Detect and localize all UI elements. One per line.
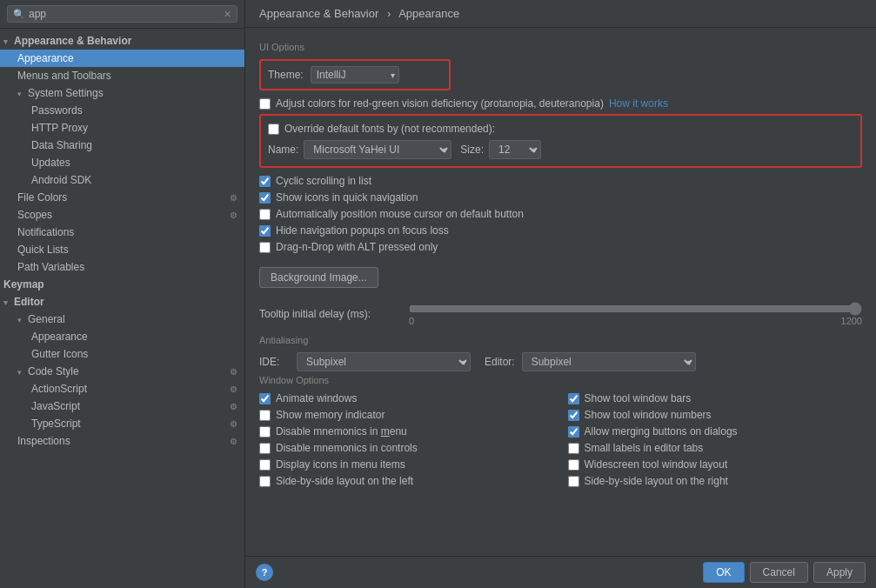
show-tool-bars-label[interactable]: Show tool window bars	[585, 392, 692, 404]
sidebar-item-actionscript[interactable]: ActionScript ⚙	[0, 380, 244, 398]
editor-aa-select[interactable]: Subpixel Greyscale LCD None	[522, 352, 696, 371]
aa-section-label: Antialiasing	[259, 335, 862, 345]
search-bar: 🔍 ✕	[0, 0, 244, 29]
override-fonts-checkbox[interactable]	[268, 124, 279, 135]
animate-windows-label[interactable]: Animate windows	[276, 392, 357, 404]
sidebar-item-notifications[interactable]: Notifications	[0, 224, 244, 241]
theme-select-wrap: IntelliJ Darcula High Contrast	[311, 66, 399, 84]
side-by-side-right-row: Side-by-side layout on the right	[568, 475, 863, 487]
show-memory-label[interactable]: Show memory indicator	[276, 409, 385, 421]
redgreen-checkbox[interactable]	[259, 98, 271, 110]
sidebar-item-keymap[interactable]: Keymap	[0, 276, 244, 293]
sidebar-item-scopes[interactable]: Scopes ⚙	[0, 206, 244, 224]
sidebar-item-appearance-editor[interactable]: Appearance	[0, 328, 244, 345]
bottom-bar: ? OK Cancel Apply	[245, 556, 876, 588]
search-input[interactable]	[29, 8, 224, 20]
show-memory-row: Show memory indicator	[259, 409, 554, 421]
tooltip-slider[interactable]	[409, 302, 862, 316]
disable-mnemonics-menu-checkbox[interactable]	[259, 426, 271, 438]
how-it-works-link[interactable]: How it works	[609, 97, 668, 110]
help-button[interactable]: ?	[256, 564, 273, 581]
font-name-select[interactable]: Microsoft YaHei UI	[304, 140, 451, 159]
side-by-side-right-checkbox[interactable]	[568, 476, 579, 487]
sidebar-item-appearance-behavior[interactable]: ▾Appearance & Behavior	[0, 32, 244, 50]
font-size-select[interactable]: 89101112131416	[489, 140, 541, 159]
auto-mouse-checkbox[interactable]	[259, 209, 271, 220]
cyclic-label[interactable]: Cyclic scrolling in list	[276, 175, 371, 187]
sidebar-item-http-proxy[interactable]: HTTP Proxy	[0, 119, 244, 137]
sidebar-item-typescript[interactable]: TypeScript ⚙	[0, 415, 244, 432]
sidebar-item-inspections[interactable]: Inspections ⚙	[0, 432, 244, 450]
content-body: UI Options Theme: IntelliJ Darcula High …	[245, 28, 876, 556]
sidebar-item-path-variables[interactable]: Path Variables	[0, 258, 244, 276]
redgreen-label[interactable]: Adjust colors for red-green vision defic…	[276, 97, 604, 110]
sidebar-item-quick-lists[interactable]: Quick Lists	[0, 241, 244, 258]
tooltip-label: Tooltip initial delay (ms):	[259, 308, 398, 320]
ide-aa-select[interactable]: Subpixel Greyscale LCD None	[297, 352, 471, 371]
override-fonts-label[interactable]: Override default fonts by (not recommend…	[284, 123, 495, 135]
editor-aa-select-wrap: Subpixel Greyscale LCD None	[522, 352, 696, 371]
side-by-side-left-checkbox[interactable]	[259, 476, 271, 487]
font-name-select-wrap: Microsoft YaHei UI	[304, 140, 451, 159]
redgreen-row: Adjust colors for red-green vision defic…	[259, 97, 862, 110]
small-labels-label[interactable]: Small labels in editor tabs	[585, 442, 704, 454]
settings-icon: ⚙	[230, 193, 237, 203]
drag-drop-checkbox[interactable]	[259, 242, 271, 253]
animate-windows-checkbox[interactable]	[259, 393, 271, 404]
side-by-side-left-label[interactable]: Side-by-side layout on the left	[276, 475, 413, 487]
hide-nav-label[interactable]: Hide navigation popups on focus loss	[276, 224, 449, 237]
widescreen-checkbox[interactable]	[568, 459, 579, 471]
cyclic-checkbox[interactable]	[259, 176, 271, 187]
sidebar-item-gutter-icons[interactable]: Gutter Icons	[0, 345, 244, 363]
background-image-button[interactable]: Background Image...	[259, 267, 378, 288]
sidebar-item-system-settings[interactable]: ▾System Settings	[0, 84, 244, 102]
bg-button-wrap: Background Image...	[259, 260, 862, 295]
sidebar-item-file-colors[interactable]: File Colors ⚙	[0, 189, 244, 206]
breadcrumb-parent: Appearance & Behavior	[259, 7, 378, 20]
disable-mnemonics-controls-checkbox[interactable]	[259, 443, 271, 454]
theme-row: Theme: IntelliJ Darcula High Contrast	[259, 59, 451, 90]
theme-select[interactable]: IntelliJ Darcula High Contrast	[311, 66, 399, 84]
sidebar-item-data-sharing[interactable]: Data Sharing	[0, 137, 244, 154]
show-icons-checkbox[interactable]	[259, 192, 271, 204]
small-labels-checkbox[interactable]	[568, 443, 579, 454]
breadcrumb: Appearance & Behavior › Appearance	[245, 0, 876, 28]
cancel-button[interactable]: Cancel	[750, 562, 808, 583]
disable-mnemonics-controls-label[interactable]: Disable mnemonics in controls	[276, 442, 418, 454]
show-icons-label[interactable]: Show icons in quick navigation	[276, 191, 418, 204]
drag-drop-label[interactable]: Drag-n-Drop with ALT pressed only	[276, 241, 438, 253]
sidebar-item-editor[interactable]: ▾Editor	[0, 293, 244, 311]
show-tool-numbers-checkbox[interactable]	[568, 410, 579, 421]
auto-mouse-label[interactable]: Automatically position mouse cursor on d…	[276, 208, 524, 220]
override-fonts-row: Override default fonts by (not recommend…	[268, 123, 853, 135]
sidebar-item-android-sdk[interactable]: Android SDK	[0, 171, 244, 189]
sidebar-item-javascript[interactable]: JavaScript ⚙	[0, 398, 244, 415]
side-by-side-right-label[interactable]: Side-by-side layout on the right	[585, 475, 728, 487]
allow-merging-checkbox[interactable]	[568, 426, 579, 438]
hide-nav-checkbox[interactable]	[259, 225, 271, 237]
apply-button[interactable]: Apply	[813, 562, 866, 583]
allow-merging-label[interactable]: Allow merging buttons on dialogs	[585, 425, 738, 438]
display-icons-row: Display icons in menu items	[259, 458, 554, 471]
sidebar-item-general[interactable]: ▾General	[0, 311, 244, 328]
sidebar-item-menus-toolbars[interactable]: Menus and Toolbars	[0, 67, 244, 84]
show-tool-numbers-label[interactable]: Show tool window numbers	[585, 409, 712, 421]
sidebar-item-appearance[interactable]: Appearance	[0, 50, 244, 67]
ok-button[interactable]: OK	[703, 562, 744, 583]
window-options-section: Window Options Animate windows Show memo…	[259, 375, 862, 491]
override-fonts-section: Override default fonts by (not recommend…	[259, 114, 862, 168]
sidebar-item-code-style[interactable]: ▾Code Style ⚙	[0, 363, 244, 380]
sidebar-item-updates[interactable]: Updates	[0, 154, 244, 171]
clear-icon[interactable]: ✕	[224, 9, 231, 20]
tooltip-row: Tooltip initial delay (ms): 0 1200	[259, 302, 862, 326]
sidebar-item-passwords[interactable]: Passwords	[0, 102, 244, 119]
ide-aa-label: IDE:	[259, 356, 290, 368]
display-icons-checkbox[interactable]	[259, 459, 271, 471]
disable-mnemonics-controls-row: Disable mnemonics in controls	[259, 442, 554, 454]
show-memory-checkbox[interactable]	[259, 410, 271, 421]
show-tool-bars-checkbox[interactable]	[568, 393, 579, 404]
display-icons-label[interactable]: Display icons in menu items	[276, 458, 405, 471]
sidebar-tree: ▾Appearance & Behavior Appearance Menus …	[0, 29, 244, 588]
widescreen-label[interactable]: Widescreen tool window layout	[585, 458, 728, 471]
disable-mnemonics-menu-label[interactable]: Disable mnemonics in menu	[276, 425, 407, 438]
